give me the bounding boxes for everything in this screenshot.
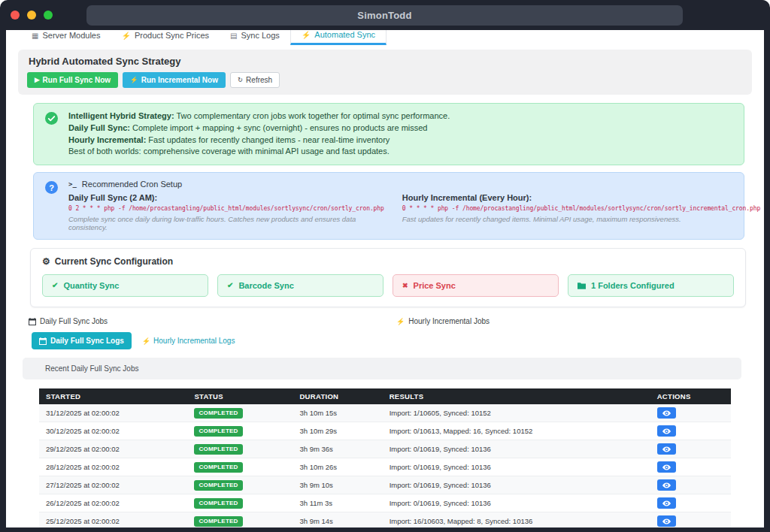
- nav-tab[interactable]: ▤ Sync Logs: [220, 30, 290, 45]
- hourly-cron-command: 0 * * * * php -f /home/procastangling/pu…: [402, 205, 760, 212]
- cron-columns: Daily Full Sync (2 AM): 0 2 * * * php -f…: [68, 193, 733, 231]
- table-row: 31/12/2025 at 02:00:02 COMPLETED 3h 10m …: [39, 404, 731, 422]
- nav-tab[interactable]: ⚡ Product Sync Prices: [111, 30, 220, 45]
- question-circle-icon: ?: [45, 181, 58, 194]
- job-actions-cell: [650, 422, 731, 440]
- job-started-cell: 29/12/2025 at 02:00:02: [39, 440, 187, 458]
- eye-icon: [662, 443, 671, 455]
- tab-label: Product Sync Prices: [135, 31, 209, 40]
- config-status-label: Barcode Sync: [238, 281, 293, 290]
- zoom-window-button[interactable]: [44, 11, 53, 20]
- tab-label: Automated Sync: [314, 30, 375, 39]
- check-icon: ✔: [52, 282, 58, 289]
- check-icon: ✔: [227, 282, 233, 289]
- view-log-button[interactable]: [657, 479, 676, 491]
- config-status-label: Price Sync: [414, 281, 456, 290]
- calendar-icon: [29, 318, 36, 325]
- sync-config-card: ⚙ Current Sync Configuration ✔ ✖ Quantit…: [30, 248, 746, 307]
- tab-label: Server Modules: [42, 31, 100, 40]
- column-header: STATUS: [187, 388, 293, 404]
- daily-cron-column: Daily Full Sync (2 AM): 0 2 * * * php -f…: [68, 193, 384, 231]
- job-results-cell: Import: 16/10603, Mapped: 8, Synced: 101…: [383, 512, 650, 527]
- run-full-sync-button[interactable]: ▶ Run Full Sync Now: [27, 72, 118, 88]
- daily-jobs-label: Daily Full Sync Jobs: [29, 317, 396, 325]
- view-log-button[interactable]: [657, 461, 676, 473]
- alert-line: Hourly Incremental: Fast updates for rec…: [68, 135, 733, 147]
- job-status-cell: COMPLETED: [187, 512, 293, 527]
- job-started-cell: 31/12/2025 at 02:00:02: [39, 404, 187, 422]
- table-row: 25/12/2025 at 02:00:02 COMPLETED 3h 9m 1…: [39, 512, 731, 527]
- job-status-cell: COMPLETED: [187, 476, 293, 494]
- nav-tab[interactable]: ▦ Server Modules: [21, 30, 111, 45]
- window-controls: [11, 11, 53, 20]
- tab-icon: ⚡: [122, 32, 131, 40]
- alert-line: Daily Full Sync: Complete import + mappi…: [68, 122, 733, 135]
- run-full-sync-label: Run Full Sync Now: [43, 76, 111, 84]
- job-started-cell: 25/12/2025 at 02:00:02: [39, 512, 187, 527]
- address-bar[interactable]: SimonTodd: [86, 5, 683, 26]
- page-title: Hybrid Automated Sync Strategy: [29, 56, 743, 67]
- job-duration-cell: 3h 10m 26s: [293, 458, 382, 476]
- job-started-cell: 28/12/2025 at 02:00:02: [39, 458, 187, 476]
- hourly-cron-note: Fast updates for recently changed items.…: [402, 215, 760, 223]
- table-row: 28/12/2025 at 02:00:02 COMPLETED 3h 10m …: [39, 458, 731, 476]
- job-duration-cell: 3h 9m 10s: [293, 476, 382, 494]
- refresh-button[interactable]: ↻ Refresh: [230, 72, 280, 88]
- nav-tab[interactable]: ⚡ Automated Sync: [290, 30, 387, 45]
- job-status-cell: COMPLETED: [187, 458, 293, 476]
- table-row: 30/12/2025 at 02:00:02 COMPLETED 3h 10m …: [39, 422, 731, 440]
- status-badge: COMPLETED: [194, 498, 242, 509]
- check-circle-icon: [45, 112, 58, 125]
- job-started-cell: 26/12/2025 at 02:00:02: [39, 494, 187, 512]
- page-header: Hybrid Automated Sync Strategy ▶ Run Ful…: [18, 50, 752, 95]
- hourly-logs-tab[interactable]: ⚡ Hourly Incremental Logs: [142, 337, 235, 345]
- jobs-table-container: STARTEDSTATUSDURATIONRESULTSACTIONS 31/1…: [39, 388, 731, 527]
- strategy-alert-lines: Intelligent Hybrid Strategy: Two complem…: [68, 110, 733, 158]
- job-status-cell: COMPLETED: [187, 494, 293, 512]
- job-duration-cell: 3h 10m 15s: [293, 404, 382, 422]
- folder-icon: [578, 283, 586, 289]
- job-actions-cell: [650, 494, 731, 512]
- page-content: ▦ Server Modules ⚡ Product Sync Prices ▤…: [6, 30, 764, 527]
- job-started-cell: 30/12/2025 at 02:00:02: [39, 422, 187, 440]
- table-row: 29/12/2025 at 02:00:02 COMPLETED 3h 9m 3…: [39, 440, 731, 458]
- hourly-cron-column: Hourly Incremental (Every Hour): 0 * * *…: [402, 193, 760, 231]
- config-status-box: ✔ ✖ Quantity Sync: [42, 274, 208, 297]
- job-actions-cell: [650, 404, 731, 422]
- minimize-window-button[interactable]: [27, 11, 36, 20]
- view-log-button[interactable]: [657, 425, 676, 437]
- window-title: SimonTodd: [357, 10, 411, 21]
- cron-setup-box: ? >_ Recommended Cron Setup Daily Full S…: [33, 172, 744, 240]
- jobs-table: STARTEDSTATUSDURATIONRESULTSACTIONS 31/1…: [39, 388, 731, 527]
- terminal-icon: >_: [68, 180, 77, 188]
- job-status-cell: COMPLETED: [187, 404, 293, 422]
- close-window-button[interactable]: [11, 11, 20, 20]
- job-results-cell: Import: 1/10605, Synced: 10152: [383, 404, 650, 422]
- tab-label: Sync Logs: [241, 31, 279, 40]
- view-log-button[interactable]: [657, 407, 676, 419]
- job-duration-cell: 3h 11m 3s: [293, 494, 382, 512]
- status-badge: COMPLETED: [194, 408, 242, 419]
- job-duration-cell: 3h 9m 14s: [293, 512, 382, 527]
- run-incremental-button[interactable]: ⚡ Run Incremental Now: [123, 72, 226, 88]
- config-status-box: ✔ ✖ Price Sync: [393, 274, 559, 297]
- refresh-icon: ↻: [238, 77, 243, 83]
- tab-icon: ▦: [32, 32, 38, 40]
- view-log-button[interactable]: [657, 515, 676, 527]
- browser-titlebar: SimonTodd: [0, 0, 770, 30]
- daily-logs-tab[interactable]: Daily Full Sync Logs: [32, 332, 132, 349]
- config-status-label: 1 Folders Configured: [591, 281, 675, 290]
- job-actions-cell: [650, 440, 731, 458]
- view-log-button[interactable]: [657, 443, 676, 455]
- job-results-cell: Import: 0/10619, Synced: 10136: [383, 458, 650, 476]
- browser-window: SimonTodd ▦ Server Modules ⚡ Product Syn…: [0, 0, 770, 532]
- view-log-button[interactable]: [657, 497, 676, 509]
- status-badge: COMPLETED: [194, 516, 242, 527]
- header-actions: ▶ Run Full Sync Now ⚡ Run Incremental No…: [27, 72, 743, 88]
- table-row: 26/12/2025 at 02:00:02 COMPLETED 3h 11m …: [39, 494, 731, 512]
- status-badge: COMPLETED: [194, 426, 242, 437]
- eye-icon: [662, 461, 671, 473]
- hourly-jobs-label: ⚡ Hourly Incremental Jobs: [396, 317, 764, 325]
- bolt-icon: ⚡: [396, 318, 405, 325]
- job-actions-cell: [650, 458, 731, 476]
